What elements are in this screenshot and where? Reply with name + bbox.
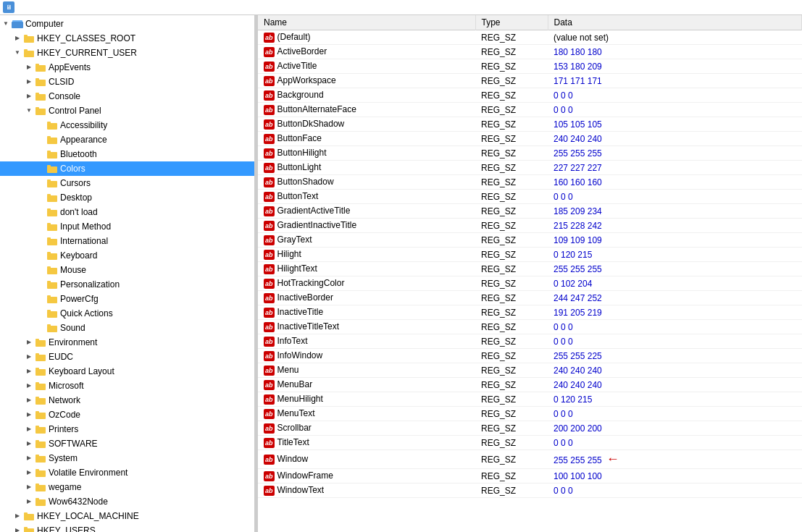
tree-item-environment[interactable]: ▶ Environment	[0, 335, 254, 350]
tree-item-ozcode[interactable]: ▶ OzCode	[0, 408, 254, 422]
tree-item-accessibility[interactable]: Accessibility	[0, 118, 254, 132]
tree-item-sound[interactable]: Sound	[0, 321, 254, 335]
tree-expander[interactable]: ▶	[23, 380, 35, 392]
tree-item-hkey_local_machine[interactable]: ▶ HKEY_LOCAL_MACHINE	[0, 509, 254, 523]
tree-expander[interactable]: ▶	[23, 76, 35, 88]
tree-item-dont_load[interactable]: don't load	[0, 205, 254, 219]
tree-item-microsoft[interactable]: ▶ Microsoft	[0, 379, 254, 393]
tree-item-hkey_classes_root[interactable]: ▶ HKEY_CLASSES_ROOT	[0, 31, 254, 46]
table-row[interactable]: abButtonFaceREG_SZ240 240 240	[258, 132, 802, 146]
tree-expander[interactable]: ▶	[23, 438, 35, 449]
table-row[interactable]: abInactiveTitleTextREG_SZ0 0 0	[258, 320, 802, 334]
table-row[interactable]: abBackgroundREG_SZ0 0 0	[258, 88, 802, 103]
table-row[interactable]: abInfoTextREG_SZ0 0 0	[258, 334, 802, 349]
tree-item-system[interactable]: ▶ System	[0, 451, 254, 465]
table-row[interactable]: abHilightTextREG_SZ255 255 255	[258, 262, 802, 276]
tree-expander[interactable]	[35, 221, 46, 232]
table-row[interactable]: abMenuTextREG_SZ0 0 0	[258, 407, 802, 421]
table-row[interactable]: abTitleTextREG_SZ0 0 0	[258, 436, 802, 450]
tree-expander[interactable]	[35, 177, 46, 189]
tree-expander[interactable]	[35, 235, 46, 247]
table-row[interactable]: abMenuREG_SZ240 240 240	[258, 363, 802, 378]
tree-item-control_panel[interactable]: ▼ Control Panel	[0, 104, 254, 118]
tree-item-mouse[interactable]: Mouse	[0, 263, 254, 277]
tree-expander[interactable]: ▶	[23, 409, 35, 421]
tree-expander[interactable]	[35, 192, 46, 203]
table-row[interactable]: abWindowTextREG_SZ0 0 0	[258, 484, 802, 498]
tree-expander[interactable]	[35, 279, 46, 290]
tree-item-network[interactable]: ▶ Network	[0, 393, 254, 408]
table-row[interactable]: abHilightREG_SZ0 120 215	[258, 248, 802, 262]
tree-expander[interactable]	[35, 119, 46, 131]
tree-item-hkey_current_user[interactable]: ▼ HKEY_CURRENT_USER	[0, 46, 254, 60]
tree-item-eudc[interactable]: ▶ EUDC	[0, 350, 254, 364]
tree-item-wow6432node[interactable]: ▶ Wow6432Node	[0, 494, 254, 509]
tree-expander[interactable]: ▶	[23, 394, 35, 406]
tree-item-console[interactable]: ▶ Console	[0, 89, 254, 104]
table-row[interactable]: abWindowFrameREG_SZ100 100 100	[258, 469, 802, 484]
tree-expander[interactable]: ▶	[23, 423, 35, 435]
tree-expander[interactable]: ▶	[23, 496, 35, 507]
table-row[interactable]: abGradientActiveTitleREG_SZ185 209 234	[258, 204, 802, 219]
tree-item-bluetooth[interactable]: Bluetooth	[0, 147, 254, 161]
tree-item-desktop[interactable]: Desktop	[0, 190, 254, 205]
tree-expander[interactable]: ▶	[12, 525, 23, 532]
tree-item-powercfg[interactable]: PowerCfg	[0, 292, 254, 306]
table-row[interactable]: abButtonTextREG_SZ0 0 0	[258, 190, 802, 204]
table-row[interactable]: abMenuBarREG_SZ240 240 240	[258, 378, 802, 392]
tree-item-personalization[interactable]: Personalization	[0, 277, 254, 292]
table-row[interactable]: abHotTrackingColorREG_SZ0 102 204	[258, 276, 802, 291]
tree-item-quick_actions[interactable]: Quick Actions	[0, 306, 254, 321]
table-row[interactable]: abActiveTitleREG_SZ153 180 209	[258, 59, 802, 74]
tree-expander[interactable]	[35, 250, 46, 261]
tree-item-international[interactable]: International	[0, 234, 254, 248]
tree-expander[interactable]: ▶	[23, 452, 35, 464]
tree-item-computer[interactable]: ▼Computer	[0, 17, 254, 31]
tree-expander[interactable]: ▼	[0, 18, 12, 30]
table-row[interactable]: abInactiveTitleREG_SZ191 205 219	[258, 305, 802, 320]
tree-expander[interactable]: ▶	[23, 366, 35, 377]
tree-expander[interactable]: ▶	[23, 481, 35, 493]
tree-expander[interactable]	[35, 264, 46, 276]
tree-expander[interactable]	[35, 134, 46, 145]
tree-expander[interactable]: ▶	[23, 467, 35, 478]
tree-expander[interactable]	[35, 308, 46, 319]
tree-item-wegame[interactable]: ▶ wegame	[0, 480, 254, 494]
tree-item-volatile_environment[interactable]: ▶ Volatile Environment	[0, 465, 254, 480]
tree-item-colors[interactable]: Colors	[0, 161, 254, 176]
tree-expander[interactable]	[35, 148, 46, 160]
tree-item-appevents[interactable]: ▶ AppEvents	[0, 60, 254, 75]
tree-expander[interactable]: ▶	[12, 33, 23, 44]
tree-item-hkey_users[interactable]: ▶ HKEY_USERS	[0, 523, 254, 532]
tree-expander[interactable]	[35, 322, 46, 334]
tree-expander[interactable]: ▼	[12, 47, 23, 59]
tree-expander[interactable]: ▼	[23, 105, 35, 117]
tree-expander[interactable]	[35, 206, 46, 218]
table-row[interactable]: abWindowREG_SZ255 255 255 ←	[258, 450, 802, 469]
tree-expander[interactable]: ▶	[23, 337, 35, 348]
table-row[interactable]: abButtonLightREG_SZ227 227 227	[258, 161, 802, 175]
table-row[interactable]: ab(Default)REG_SZ(value not set)	[258, 30, 802, 45]
tree-item-appearance[interactable]: Appearance	[0, 132, 254, 147]
tree-expander[interactable]: ▶	[12, 510, 23, 522]
tree-expander[interactable]: ▶	[23, 90, 35, 102]
tree-expander[interactable]: ▶	[23, 351, 35, 363]
tree-item-software[interactable]: ▶ SOFTWARE	[0, 436, 254, 451]
table-row[interactable]: abGrayTextREG_SZ109 109 109	[258, 233, 802, 248]
table-row[interactable]: abMenuHilightREG_SZ0 120 215	[258, 392, 802, 407]
table-row[interactable]: abButtonDkShadowREG_SZ105 105 105	[258, 117, 802, 132]
table-row[interactable]: abButtonHilightREG_SZ255 255 255	[258, 146, 802, 161]
table-row[interactable]: abInfoWindowREG_SZ255 255 225	[258, 349, 802, 363]
tree-item-input_method[interactable]: Input Method	[0, 219, 254, 234]
tree-item-printers[interactable]: ▶ Printers	[0, 422, 254, 436]
table-row[interactable]: abScrollbarREG_SZ200 200 200	[258, 421, 802, 436]
tree-expander[interactable]: ▶	[23, 62, 35, 73]
tree-expander[interactable]	[35, 293, 46, 305]
table-row[interactable]: abGradientInactiveTitleREG_SZ215 228 242	[258, 219, 802, 233]
table-row[interactable]: abButtonAlternateFaceREG_SZ0 0 0	[258, 103, 802, 117]
table-row[interactable]: abInactiveBorderREG_SZ244 247 252	[258, 291, 802, 305]
tree-expander[interactable]	[35, 163, 46, 174]
tree-item-cursors[interactable]: Cursors	[0, 176, 254, 190]
tree-item-clsid[interactable]: ▶ CLSID	[0, 75, 254, 89]
table-row[interactable]: abAppWorkspaceREG_SZ171 171 171	[258, 74, 802, 88]
